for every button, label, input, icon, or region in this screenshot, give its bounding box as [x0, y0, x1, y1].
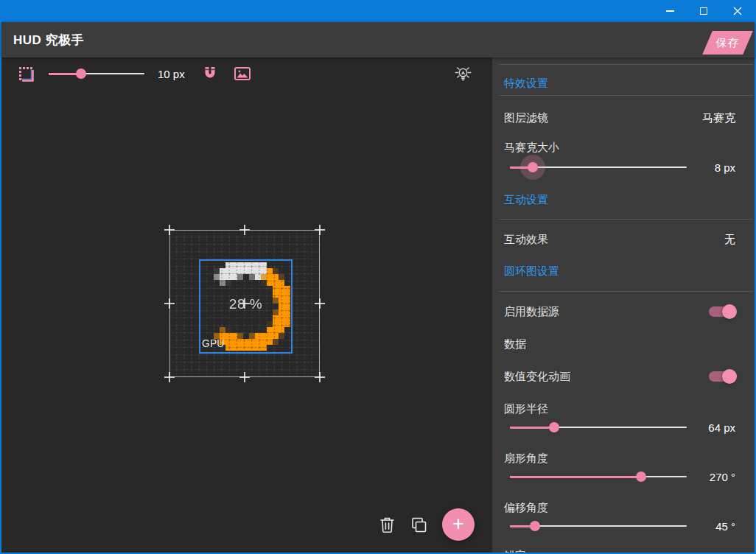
canvas-toolbar: 10 px [1, 57, 492, 90]
row-label: 数据 [504, 337, 526, 351]
slider-handle[interactable] [530, 521, 540, 531]
save-button[interactable]: 保存 [702, 31, 753, 55]
duplicate-widget-button[interactable] [410, 516, 428, 534]
hud-widget-selection[interactable]: 28 % GPU [169, 230, 320, 377]
plus-icon: + [452, 514, 464, 534]
grid-size-value: 10 px [158, 68, 185, 80]
mosaic-size-value: 8 px [687, 161, 735, 174]
mosaic-size-slider[interactable] [510, 162, 687, 172]
slider-fill [510, 427, 554, 429]
slider-handle[interactable] [528, 162, 538, 172]
close-icon [733, 7, 742, 15]
row-interaction-effect[interactable]: 互动效果 无 [504, 220, 735, 259]
row-sector-angle: 270 ° [510, 465, 735, 488]
section-divider [499, 95, 753, 96]
settings-panel: 特效设置 图层滤镜 马赛克 马赛克大小 8 px 互动设置 互动效果 无 [492, 57, 755, 553]
editor-canvas[interactable]: 10 px [1, 57, 492, 553]
slider-handle[interactable] [549, 422, 559, 432]
lightbulb-icon [453, 64, 473, 84]
main-area: 10 px [1, 57, 755, 553]
anchor-label: 锚定 [504, 549, 743, 553]
selection-border-icon [18, 66, 34, 82]
circle-radius-label: 圆形半径 [504, 402, 743, 415]
selection-border-button[interactable] [18, 66, 34, 82]
maximize-button[interactable] [687, 0, 721, 22]
offset-angle-value: 45 ° [687, 520, 735, 533]
canvas-actions: + [379, 508, 475, 541]
value-animation-toggle[interactable] [709, 371, 735, 382]
row-enable-data-source[interactable]: 启用数据源 [504, 292, 735, 332]
trash-icon [379, 516, 396, 534]
row-label: 数值变化动画 [504, 370, 570, 384]
section-heading-effects: 特效设置 [504, 76, 743, 91]
app-header: HUD 究极手 保存 [1, 22, 755, 57]
toggle-knob[interactable] [722, 369, 737, 384]
row-circle-radius: 64 px [510, 416, 735, 439]
row-value-animation[interactable]: 数值变化动画 [504, 357, 735, 396]
section-heading-interaction: 互动设置 [504, 192, 743, 207]
slider-fill [510, 476, 641, 478]
maximize-icon [700, 7, 707, 15]
section-heading-ring-chart: 圆环图设置 [504, 264, 743, 278]
sector-angle-slider[interactable] [510, 471, 687, 482]
offset-angle-label: 偏移角度 [504, 501, 743, 513]
row-label: 图层滤镜 [504, 111, 548, 125]
gauge-source-label: GPU [202, 337, 224, 349]
mosaic-size-label: 马赛克大小 [504, 141, 743, 153]
image-icon [234, 66, 251, 81]
circle-radius-value: 64 px [687, 421, 735, 434]
magnet-snap-button[interactable] [201, 65, 219, 83]
magnet-icon [201, 65, 219, 83]
row-value: 无 [724, 233, 735, 247]
row-mosaic-size: 8 px [510, 155, 735, 179]
titlebar[interactable] [1, 0, 755, 22]
add-widget-button[interactable]: + [442, 508, 475, 541]
copy-icon [410, 516, 428, 534]
minimize-button[interactable] [653, 0, 687, 22]
minimize-icon [666, 10, 674, 12]
slider-handle[interactable] [636, 471, 646, 482]
close-button[interactable] [721, 0, 755, 22]
panel-top-divider [499, 64, 753, 65]
background-image-button[interactable] [234, 66, 251, 81]
slider-handle[interactable] [76, 69, 86, 79]
row-label: 互动效果 [504, 233, 548, 247]
row-layer-filter[interactable]: 图层滤镜 马赛克 [504, 102, 735, 134]
sector-angle-value: 270 ° [687, 471, 735, 483]
row-value: 马赛克 [702, 111, 735, 125]
delete-widget-button[interactable] [379, 516, 396, 534]
row-label: 启用数据源 [504, 305, 559, 319]
toggle-knob[interactable] [722, 304, 737, 319]
save-button-label: 保存 [716, 36, 740, 50]
row-data[interactable]: 数据 [504, 332, 735, 357]
circle-radius-slider[interactable] [510, 422, 687, 432]
app-title: HUD 究极手 [13, 32, 84, 49]
grid-size-slider[interactable] [49, 69, 144, 79]
row-offset-angle: 45 ° [510, 514, 735, 538]
app-window: HUD 究极手 保存 [0, 0, 756, 554]
offset-angle-slider[interactable] [510, 521, 687, 531]
tips-button[interactable] [453, 64, 473, 84]
enable-data-source-toggle[interactable] [709, 306, 735, 317]
sector-angle-label: 扇形角度 [504, 452, 743, 464]
